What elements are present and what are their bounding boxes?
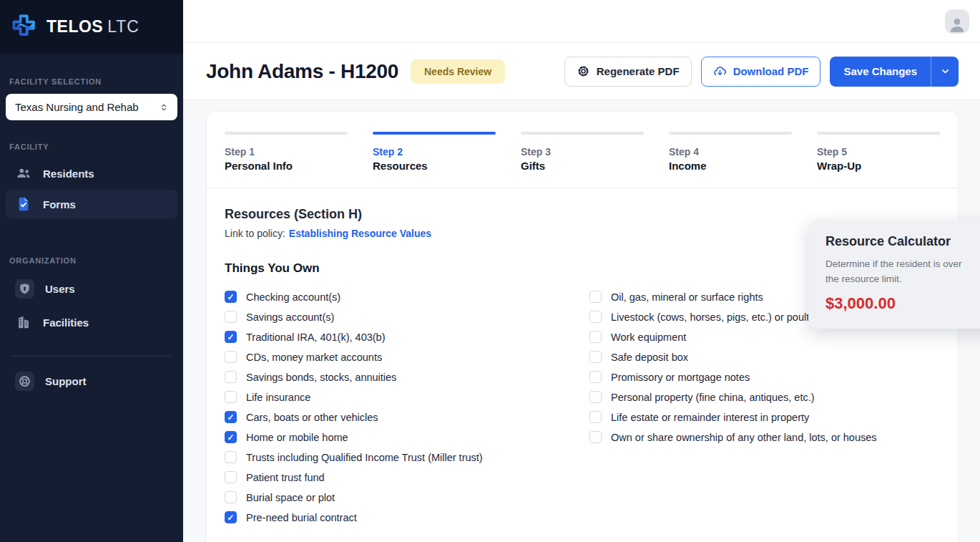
download-pdf-label: Download PDF — [733, 65, 809, 77]
shield-lock-icon — [15, 279, 34, 299]
checkbox-label: CDs, money market accounts — [246, 352, 382, 363]
policy-link[interactable]: Establishing Resource Values — [289, 228, 431, 239]
step-1-personal-info[interactable]: Step 1 Personal Info — [225, 132, 348, 172]
checkbox-label: Pre-need burial contract — [246, 512, 357, 523]
checkbox-row[interactable]: Safe deposit box — [589, 351, 940, 363]
regenerate-pdf-button[interactable]: Regenerate PDF — [564, 57, 692, 87]
sidebar-item-label: Residents — [43, 168, 94, 180]
checkbox[interactable] — [225, 431, 237, 443]
checkbox-row[interactable]: Life insurance — [225, 391, 589, 403]
step-name: Personal Info — [225, 160, 348, 172]
checkbox[interactable] — [225, 491, 237, 503]
download-pdf-button[interactable]: Download PDF — [701, 57, 821, 87]
step-4-income[interactable]: Step 4 Income — [669, 132, 792, 172]
checkbox-label: Savings account(s) — [246, 311, 334, 323]
checkbox-row[interactable]: Trusts including Qualified Income Trust … — [225, 451, 589, 463]
sidebar-item-facilities[interactable]: Facilities — [6, 306, 177, 338]
step-bar — [817, 132, 940, 135]
checkbox-label: Savings bonds, stocks, annuities — [246, 372, 396, 383]
step-name: Resources — [373, 160, 496, 172]
step-name: Gifts — [521, 160, 644, 172]
organization-section-label: ORGANIZATION — [0, 256, 183, 265]
checkbox[interactable] — [589, 411, 602, 423]
checkbox[interactable] — [589, 371, 602, 383]
avatar[interactable] — [945, 9, 969, 34]
person-icon — [948, 15, 966, 34]
facility-section-label: FACILITY — [0, 142, 183, 151]
checkbox[interactable] — [589, 331, 602, 343]
checkbox-row[interactable]: Savings account(s) — [225, 311, 589, 323]
step-bar — [521, 132, 644, 135]
step-2-resources[interactable]: Step 2 Resources — [373, 132, 496, 172]
step-5-wrap-up[interactable]: Step 5 Wrap-Up — [817, 132, 940, 172]
topbar — [183, 0, 980, 43]
calculator-amount: $3,000.00 — [825, 294, 980, 313]
checkbox[interactable] — [225, 331, 237, 343]
step-name: Income — [669, 160, 792, 172]
checkbox-row[interactable]: Burial space or plot — [225, 491, 589, 503]
life-ring-icon — [15, 372, 34, 391]
checkbox-row[interactable]: Traditional IRA, 401(k), 403(b) — [225, 331, 589, 343]
facility-nav: Residents Forms — [0, 157, 183, 221]
step-label: Step 4 — [669, 146, 792, 158]
checkbox[interactable] — [589, 351, 602, 363]
checkbox-label: Cars, boats or other vehicles — [246, 412, 378, 423]
sidebar-item-label: Users — [45, 283, 75, 295]
checkbox-column-left: Checking account(s) Savings account(s) T… — [225, 291, 589, 531]
calculator-title: Resource Calculator — [825, 234, 980, 249]
facility-select[interactable]: Texas Nursing and Rehab — [6, 94, 177, 120]
checkbox[interactable] — [225, 411, 237, 423]
building-icon — [15, 314, 32, 331]
checkbox-row[interactable]: Promissory or mortgage notes — [589, 371, 940, 383]
step-indicator: Step 1 Personal Info Step 2 Resources St… — [207, 112, 958, 188]
sidebar-item-label: Support — [45, 375, 87, 387]
checkbox-row[interactable]: Home or mobile home — [225, 431, 589, 443]
brand-light: LTC — [107, 17, 139, 36]
checkbox-row[interactable]: Personal property (fine china, antiques,… — [589, 391, 940, 403]
checkbox-label: Own or share ownership of any other land… — [611, 432, 877, 443]
checkbox-label: Traditional IRA, 401(k), 403(b) — [246, 332, 386, 343]
policy-prefix: Link to policy: — [225, 228, 285, 239]
sidebar-logo: TELOSLTC — [0, 0, 183, 54]
checkbox[interactable] — [225, 511, 237, 523]
sidebar-item-forms[interactable]: Forms — [6, 190, 177, 218]
checkbox[interactable] — [225, 291, 237, 303]
checkbox-row[interactable]: Life estate or remainder interest in pro… — [589, 411, 940, 423]
checkbox-row[interactable]: Cars, boats or other vehicles — [225, 411, 589, 423]
checkbox-label: Patient trust fund — [246, 472, 325, 483]
status-badge: Needs Review — [411, 59, 505, 84]
cloud-download-icon — [713, 64, 727, 78]
checkbox-row[interactable]: Patient trust fund — [225, 471, 589, 483]
checkbox-label: Burial space or plot — [246, 492, 335, 503]
step-3-gifts[interactable]: Step 3 Gifts — [521, 132, 644, 172]
checkbox-row[interactable]: Checking account(s) — [225, 291, 589, 303]
step-label: Step 2 — [373, 146, 496, 158]
page-title: John Adams - H1200 — [206, 60, 398, 83]
brand-bold: TELOS — [46, 17, 103, 36]
step-label: Step 1 — [225, 146, 348, 158]
checkbox-row[interactable]: Pre-need burial contract — [225, 511, 589, 523]
sidebar-item-residents[interactable]: Residents — [6, 159, 177, 188]
checkbox[interactable] — [225, 391, 237, 403]
step-label: Step 3 — [521, 146, 644, 158]
checkbox[interactable] — [225, 451, 237, 463]
checkbox-label: Trusts including Qualified Income Trust … — [246, 452, 483, 463]
save-changes-caret[interactable] — [931, 57, 959, 87]
checkbox-row[interactable]: Savings bonds, stocks, annuities — [225, 371, 589, 383]
checkbox[interactable] — [225, 351, 237, 363]
checkbox[interactable] — [225, 311, 237, 323]
checkbox[interactable] — [589, 391, 602, 403]
checkbox[interactable] — [589, 311, 602, 323]
sidebar-item-support[interactable]: Support — [6, 367, 177, 395]
checkbox-row[interactable]: Work equipment — [589, 331, 940, 343]
checkbox-row[interactable]: Own or share ownership of any other land… — [589, 431, 940, 443]
checkbox[interactable] — [225, 371, 237, 383]
checkbox[interactable] — [589, 431, 602, 443]
brand-name: TELOSLTC — [46, 17, 139, 37]
checkbox-row[interactable]: CDs, money market accounts — [225, 351, 589, 363]
checkbox[interactable] — [589, 291, 602, 303]
checkbox[interactable] — [225, 471, 237, 483]
sidebar-item-users[interactable]: Users — [6, 273, 177, 304]
save-changes-button[interactable]: Save Changes — [830, 57, 931, 87]
save-changes-split-button: Save Changes — [830, 57, 959, 87]
